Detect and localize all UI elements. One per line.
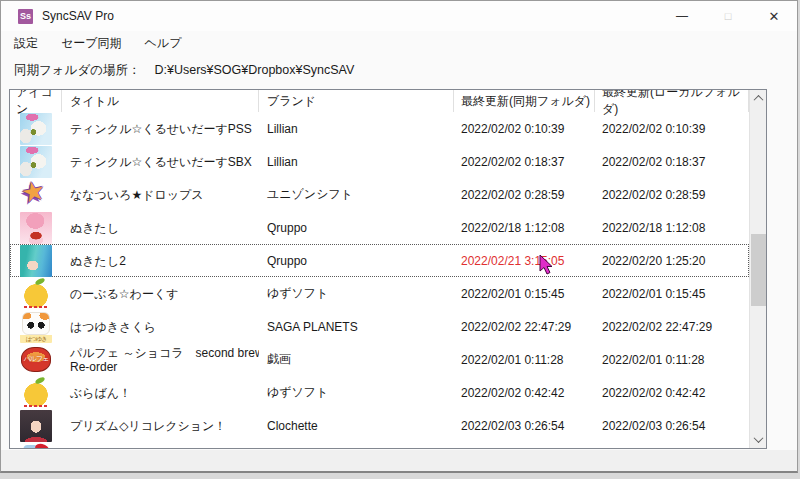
- game-title: ティンクル☆くるせいだーすPSS: [62, 122, 259, 136]
- close-button[interactable]: ✕: [751, 1, 797, 31]
- table-row[interactable]: のーぶる☆わーくす ゆずソフト 2022/02/01 0:15:45 2022/…: [10, 277, 749, 310]
- menu-item-settings[interactable]: 設定: [4, 32, 48, 55]
- game-brand: ゆずソフト: [259, 285, 454, 302]
- column-header-sync-updated[interactable]: 最終更新(同期フォルダ): [454, 90, 595, 112]
- maximize-button[interactable]: □: [705, 1, 751, 31]
- prism-recollection-icon: [20, 410, 52, 442]
- sync-updated-cell: 2022/02/02 0:18:37: [454, 155, 595, 169]
- sync-updated-cell: 2022/02/01 0:15:45: [454, 287, 595, 301]
- app-window: Ss SyncSAV Pro — □ ✕ 設定 セーブ同期 ヘルプ 同期フォルダ…: [0, 0, 798, 473]
- local-updated-cell: 2022/02/20 1:25:20: [595, 254, 749, 268]
- game-title: のーぶる☆わーくす: [62, 287, 259, 301]
- nukitashi2-icon: [20, 245, 52, 277]
- menu-item-save-sync[interactable]: セーブ同期: [51, 32, 132, 55]
- nukitashi-icon: [20, 212, 52, 244]
- table-row[interactable]: [10, 442, 749, 448]
- scroll-down-button[interactable]: [750, 431, 767, 448]
- twinkle-crusaders-sbx-icon: [20, 146, 52, 178]
- local-updated-cell: 2022/02/03 0:26:54: [595, 419, 749, 433]
- nanatsuiro-drops-star-icon: [20, 179, 52, 211]
- column-header-title[interactable]: タイトル: [62, 90, 259, 112]
- table-row[interactable]: ぬきたし Qruppo 2022/02/18 1:12:08 2022/02/1…: [10, 211, 749, 244]
- column-header-brand[interactable]: ブランド: [259, 90, 454, 112]
- table-row[interactable]: パルフェ ～ショコラ second brew～ Re-order 戯画 2022…: [10, 343, 749, 376]
- game-brand: ゆずソフト: [259, 384, 454, 401]
- sync-updated-cell: 2022/02/02 0:10:39: [454, 122, 595, 136]
- sync-updated-cell: 2022/02/02 0:42:42: [454, 386, 595, 400]
- game-brand: Qruppo: [259, 254, 454, 268]
- window-title: SyncSAV Pro: [42, 9, 114, 23]
- game-brand: Lillian: [259, 122, 454, 136]
- scroll-up-button[interactable]: [750, 90, 767, 107]
- sync-updated-cell: 2022/02/03 0:26:54: [454, 419, 595, 433]
- local-updated-cell: 2022/02/02 0:28:59: [595, 188, 749, 202]
- table-row[interactable]: ぶらばん！ ゆずソフト 2022/02/02 0:42:42 2022/02/0…: [10, 376, 749, 409]
- game-title: ティンクル☆くるせいだーすSBX: [62, 155, 259, 169]
- game-brand: Clochette: [259, 419, 454, 433]
- game-brand: 戯画: [259, 351, 454, 368]
- game-brand: SAGA PLANETS: [259, 320, 454, 334]
- hatsuyuki-sakura-icon: [20, 311, 52, 343]
- partially-visible-game-icon: [20, 443, 52, 449]
- game-title: ぬきたし2: [62, 254, 259, 268]
- game-title: ぬきたし: [62, 221, 259, 235]
- title-bar: Ss SyncSAV Pro — □ ✕: [1, 1, 797, 31]
- status-strip: [1, 450, 797, 471]
- local-updated-cell: 2022/02/18 1:12:08: [595, 221, 749, 235]
- game-brand: Qruppo: [259, 221, 454, 235]
- yuzusoft-orange-icon: [20, 278, 52, 310]
- scrollbar-thumb[interactable]: [751, 234, 766, 306]
- game-title-line1: パルフェ ～ショコラ second brew～: [70, 346, 259, 360]
- local-updated-cell: 2022/02/01 0:11:28: [595, 353, 749, 367]
- sync-updated-cell-newer: 2022/02/21 3:15:05: [454, 254, 595, 268]
- chevron-down-icon: [754, 433, 764, 443]
- game-title: ぶらばん！: [62, 386, 259, 400]
- chevron-up-icon: [754, 95, 764, 105]
- window-controls: — □ ✕: [659, 1, 797, 31]
- table-row[interactable]: プリズム◇リコレクション！ Clochette 2022/02/03 0:26:…: [10, 409, 749, 442]
- sync-folder-row: 同期フォルダの場所： D:¥Users¥SOG¥Dropbox¥SyncSAV: [14, 57, 789, 83]
- table-row[interactable]: ななついろ★ドロップス ユニゾンシフト 2022/02/02 0:28:59 2…: [10, 178, 749, 211]
- column-header-icon[interactable]: アイコン: [10, 90, 62, 112]
- game-brand: ユニゾンシフト: [259, 186, 454, 203]
- column-header-local-updated[interactable]: 最終更新(ローカルフォルダ): [595, 90, 749, 112]
- game-brand: Lillian: [259, 155, 454, 169]
- app-icon: Ss: [18, 9, 33, 24]
- sync-updated-cell: 2022/02/01 0:11:28: [454, 353, 595, 367]
- local-updated-cell: 2022/02/01 0:15:45: [595, 287, 749, 301]
- minimize-button[interactable]: —: [659, 1, 705, 31]
- list-header: アイコン タイトル ブランド 最終更新(同期フォルダ) 最終更新(ローカルフォル…: [10, 90, 749, 112]
- local-updated-cell: 2022/02/02 0:42:42: [595, 386, 749, 400]
- sync-updated-cell: 2022/02/18 1:12:08: [454, 221, 595, 235]
- game-title: パルフェ ～ショコラ second brew～ Re-order: [62, 346, 259, 374]
- parfait-logo-icon: [20, 344, 52, 376]
- game-title: プリズム◇リコレクション！: [62, 419, 259, 433]
- game-title-line2: Re-order: [70, 360, 259, 374]
- table-row[interactable]: ティンクル☆くるせいだーすSBX Lillian 2022/02/02 0:18…: [10, 145, 749, 178]
- sync-folder-label: 同期フォルダの場所：: [14, 62, 140, 79]
- table-row-selected[interactable]: ぬきたし2 Qruppo 2022/02/21 3:15:05 2022/02/…: [10, 244, 749, 277]
- sync-updated-cell: 2022/02/02 22:47:29: [454, 320, 595, 334]
- game-list-view: アイコン タイトル ブランド 最終更新(同期フォルダ) 最終更新(ローカルフォル…: [9, 89, 767, 449]
- table-row[interactable]: はつゆきさくら SAGA PLANETS 2022/02/02 22:47:29…: [10, 310, 749, 343]
- local-updated-cell: 2022/02/02 22:47:29: [595, 320, 749, 334]
- twinkle-crusaders-pss-icon: [20, 113, 52, 145]
- vertical-scrollbar[interactable]: [749, 90, 766, 448]
- local-updated-cell: 2022/02/02 0:18:37: [595, 155, 749, 169]
- local-updated-cell: 2022/02/02 0:10:39: [595, 122, 749, 136]
- menu-bar: 設定 セーブ同期 ヘルプ: [1, 31, 797, 55]
- game-list-content: アイコン タイトル ブランド 最終更新(同期フォルダ) 最終更新(ローカルフォル…: [10, 90, 749, 448]
- sync-folder-path: D:¥Users¥SOG¥Dropbox¥SyncSAV: [154, 63, 354, 77]
- sync-updated-cell: 2022/02/02 0:28:59: [454, 188, 595, 202]
- menu-item-help[interactable]: ヘルプ: [135, 32, 192, 55]
- game-title: ななついろ★ドロップス: [62, 188, 259, 202]
- table-row[interactable]: ティンクル☆くるせいだーすPSS Lillian 2022/02/02 0:10…: [10, 112, 749, 145]
- yuzusoft-orange-icon: [20, 377, 52, 409]
- game-title: はつゆきさくら: [62, 320, 259, 334]
